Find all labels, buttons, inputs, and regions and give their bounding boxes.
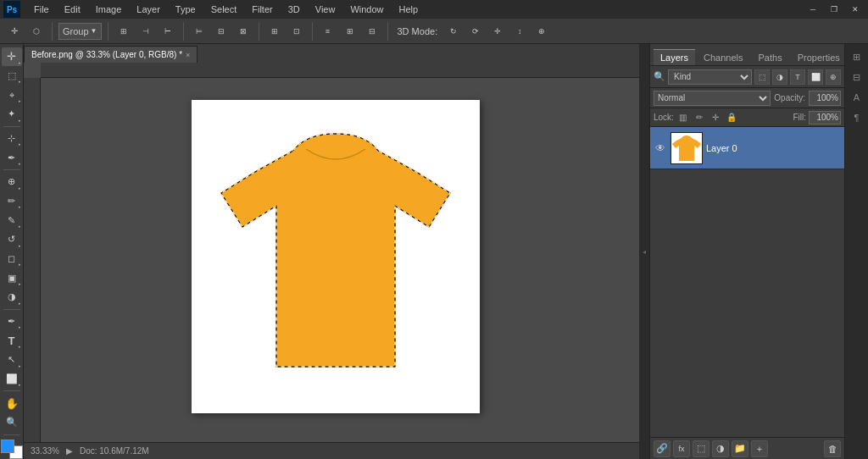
eraser-tool[interactable]: ◻▸ [2,250,22,268]
tab-paths[interactable]: Paths [752,49,789,65]
tab-properties[interactable]: Properties [791,49,847,65]
opacity-field[interactable] [809,91,841,106]
heal-tool[interactable]: ⊕▸ [2,173,22,191]
gradient-tool[interactable]: ▣▸ [2,268,22,287]
document-canvas[interactable] [192,100,480,413]
status-arrow[interactable]: ▶ [66,446,73,456]
restore-button[interactable]: ❐ [825,0,843,19]
3d-btn4[interactable]: ↕ [510,22,529,41]
link-layers-btn[interactable]: 🔗 [654,440,670,457]
layer-name: Layer 0 [706,143,841,153]
document-tab[interactable]: Before.png @ 33.3% (Layer 0, RGB/8) * × [24,46,198,63]
menu-filter[interactable]: Filter [245,3,279,16]
layer-visibility-btn[interactable]: 👁 [654,141,667,155]
3d-btn1[interactable]: ↻ [444,22,463,41]
lock-image-btn[interactable]: ✏ [693,111,706,124]
dodge-tool[interactable]: ◑▸ [2,288,22,307]
menubar: Ps File Edit Image Layer Type Select Fil… [0,0,868,19]
marquee-tool[interactable]: ⬚▸ [2,67,22,86]
transform-btn[interactable]: ⊞ [114,22,133,41]
path-select-tool[interactable]: ↖▸ [2,351,22,369]
brush-tool[interactable]: ✏▸ [2,192,22,211]
toolbar-separator-2 [108,22,108,41]
close-button[interactable]: ✕ [846,0,865,19]
align-right-btn[interactable]: ⊢ [159,22,177,41]
align-left-btn[interactable]: ⊣ [136,22,155,41]
distrib-btn1[interactable]: ⊨ [190,22,209,41]
lock-all-btn[interactable]: 🔒 [725,111,738,124]
menu-help[interactable]: Help [392,3,426,16]
distrib-btn3[interactable]: ⊠ [234,22,253,41]
strip-btn-4[interactable]: ¶ [848,108,866,127]
3d-btn2[interactable]: ⟳ [466,22,485,41]
extra-btn5[interactable]: ⊟ [363,22,381,41]
lasso-tool[interactable]: ⌖▸ [2,86,22,104]
filter-shape-btn[interactable]: ⬜ [808,69,823,85]
menu-image[interactable]: Image [89,3,129,16]
canvas-wrapper[interactable] [24,63,639,442]
pen-tool[interactable]: ✒▸ [2,312,22,331]
lock-position-btn[interactable]: ✛ [709,111,722,124]
eyedropper-tool[interactable]: ✒▸ [2,148,22,167]
color-swatch-area [1,440,23,459]
tab-channels[interactable]: Channels [697,49,749,65]
new-layer-btn[interactable]: + [751,440,768,457]
lock-transparency-btn[interactable]: ▥ [676,111,690,124]
filter-type-btn[interactable]: T [790,69,805,85]
clone-tool[interactable]: ✎▸ [2,211,22,230]
tab-layers[interactable]: Layers [654,49,695,65]
minimize-button[interactable]: ─ [804,0,822,19]
shape-tool[interactable]: ⬜▸ [2,370,22,389]
layer-fx-btn[interactable]: fx [673,440,690,457]
3d-btn5[interactable]: ⊕ [532,22,551,41]
fill-field[interactable] [809,111,841,124]
add-mask-btn[interactable]: ⬚ [693,440,709,457]
filter-type-dropdown[interactable]: Kind [668,69,752,85]
move-tool[interactable]: ✛▸ [2,47,22,66]
filter-adjust-btn[interactable]: ◑ [772,69,787,85]
zoom-tool[interactable]: 🔍 [2,413,22,432]
blend-mode-dropdown[interactable]: Normal [654,91,771,106]
distrib-btn2[interactable]: ⊟ [212,22,231,41]
adjustment-btn[interactable]: ◑ [712,440,729,457]
menu-select[interactable]: Select [204,3,244,16]
menu-layer[interactable]: Layer [130,3,167,16]
new-group-btn[interactable]: 📁 [732,440,748,457]
filter-pixel-btn[interactable]: ⬚ [754,69,770,85]
extra-btn3[interactable]: ≡ [319,22,337,41]
layer-row[interactable]: 👁 Layer 0 [650,127,844,169]
main-layout: ✛▸ ⬚▸ ⌖▸ ✦▸ ⊹▸ ✒▸ ⊕▸ ✏▸ ✎▸ ↺▸ [0,44,868,459]
menu-type[interactable]: Type [169,3,203,16]
hand-tool[interactable]: ✋ [2,394,22,412]
strip-btn-1[interactable]: ⊞ [848,47,866,66]
menu-edit[interactable]: Edit [58,3,87,16]
menu-window[interactable]: Window [343,3,390,16]
crop-tool[interactable]: ⊹▸ [2,130,22,148]
text-tool[interactable]: T▸ [2,331,22,350]
options-toolbar: ✛ ⬡ Group ▼ ⊞ ⊣ ⊢ ⊨ ⊟ ⊠ ⊞ ⊡ ≡ ⊞ ⊟ 3D Mod… [0,19,868,44]
menu-3d[interactable]: 3D [281,3,307,16]
extra-btn2[interactable]: ⊡ [287,22,306,41]
doc-size-info: Doc: 10.6M/7.12M [80,446,149,456]
3d-btn3[interactable]: ✛ [488,22,507,41]
horizontal-ruler [41,63,639,78]
history-brush-tool[interactable]: ↺▸ [2,230,22,249]
filter-smart-btn[interactable]: ⊕ [826,69,841,85]
foreground-color-swatch[interactable] [1,440,14,453]
toolbar-separator-5 [312,22,313,41]
tool-separator-3 [3,309,20,310]
strip-btn-2[interactable]: ⊟ [848,68,866,86]
extra-btn4[interactable]: ⊞ [341,22,359,41]
move-tool-btn[interactable]: ✛ [5,22,24,41]
panel-collapse-strip[interactable]: ◂ [639,44,649,459]
strip-btn-3[interactable]: A [848,88,866,107]
arrange-btn[interactable]: ⬡ [27,22,46,41]
group-dropdown[interactable]: Group ▼ [58,23,102,40]
extra-btn1[interactable]: ⊞ [265,22,284,41]
tab-close-btn[interactable]: × [186,51,190,59]
delete-layer-btn[interactable]: 🗑 [824,440,841,457]
quick-select-tool[interactable]: ✦▸ [2,105,22,124]
ps-logo: Ps [3,1,20,18]
menu-file[interactable]: File [27,3,56,16]
menu-view[interactable]: View [309,3,342,16]
